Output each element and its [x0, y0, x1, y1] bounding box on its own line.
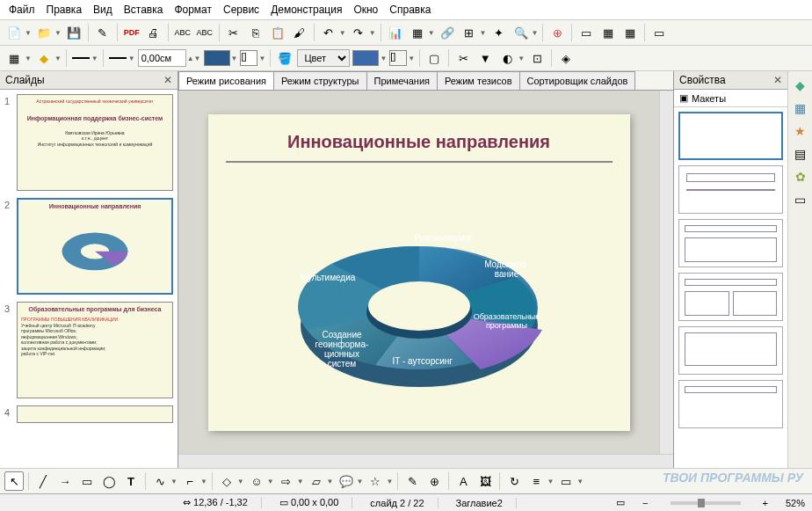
cut-button[interactable]: ✂ [224, 23, 243, 42]
new-doc-button[interactable]: 📄 [4, 23, 24, 42]
redo-button[interactable]: ↷ [349, 23, 368, 42]
slide-pane-button[interactable]: ▭ [576, 23, 596, 42]
spellcheck-button[interactable]: ABC [173, 23, 192, 42]
fit-page-icon[interactable]: ▭ [616, 497, 625, 508]
tab-normal[interactable]: Режим рисования [178, 71, 274, 90]
menu-help[interactable]: Справка [385, 2, 435, 18]
filter-button[interactable]: ▼ [475, 48, 495, 68]
curve-tool[interactable]: ∿ [150, 471, 170, 491]
slide-thumb-1[interactable]: 1 Астраханский государственный техническ… [4, 94, 173, 191]
grid-button[interactable]: ⊞ [460, 23, 479, 42]
print-button[interactable]: 🖨 [144, 23, 163, 42]
rect-tool[interactable]: ▭ [77, 471, 97, 491]
points-tool[interactable]: ✎ [402, 471, 422, 491]
save-button[interactable]: 💾 [64, 23, 83, 42]
transition-icon[interactable]: ▭ [792, 191, 809, 208]
glue-tool[interactable]: ⊕ [424, 471, 444, 491]
paste-button[interactable]: 📋 [268, 23, 287, 42]
help-button[interactable]: ⊕ [547, 23, 567, 42]
extrusion-button[interactable]: ◈ [556, 48, 576, 68]
zoom-slider[interactable] [671, 501, 741, 505]
zoom-value[interactable]: 52% [786, 498, 805, 508]
layout-blank[interactable] [678, 112, 783, 160]
align-button[interactable]: ◆ [34, 48, 54, 68]
block-arrows-tool[interactable]: ⇨ [277, 471, 296, 491]
effects-button[interactable]: ◐ [497, 48, 517, 68]
slide-thumb-4[interactable]: 4 [4, 405, 173, 423]
close-icon[interactable]: ✕ [773, 74, 782, 86]
line-tool[interactable]: ╱ [33, 471, 53, 491]
chart-button[interactable]: 📊 [386, 23, 405, 42]
align-tool[interactable]: ≡ [526, 471, 546, 491]
from-file-tool[interactable]: 🖼 [475, 471, 495, 491]
menu-slideshow[interactable]: Демонстрация [266, 2, 346, 18]
shadow-button[interactable]: ▢ [424, 48, 444, 68]
line-style-button[interactable] [71, 48, 91, 68]
rotate-tool[interactable]: ↻ [504, 471, 524, 491]
crop-button[interactable]: ✂ [453, 48, 473, 68]
gallery-icon[interactable]: ▦ [792, 99, 809, 117]
menu-view[interactable]: Вид [89, 2, 117, 18]
table-button[interactable]: ▦ [408, 23, 427, 42]
symbol-shapes-tool[interactable]: ☺ [247, 471, 266, 491]
arrange-button[interactable]: ▦ [4, 48, 24, 68]
slide-layout-button[interactable]: ▦ [620, 23, 640, 42]
slide-thumb-2[interactable]: 2 Инновационные направления [4, 198, 173, 295]
auto-spellcheck-button[interactable]: ABC [195, 23, 214, 42]
layout-title[interactable] [678, 165, 783, 214]
horizontal-scrollbar[interactable] [178, 454, 673, 468]
styles-icon[interactable]: ▤ [792, 145, 809, 163]
edit-mode-button[interactable]: ✎ [93, 23, 112, 42]
line-pattern-button[interactable] [108, 48, 127, 68]
tab-handout[interactable]: Режим тезисов [437, 71, 520, 90]
stars-tool[interactable]: ☆ [366, 471, 385, 491]
export-pdf-button[interactable]: PDF [122, 23, 141, 42]
interaction-button[interactable]: ⊡ [527, 48, 547, 68]
menu-format[interactable]: Формат [170, 2, 216, 18]
undo-button[interactable]: ↶ [319, 23, 338, 42]
arrow-tool[interactable]: → [55, 471, 75, 491]
line-color-none[interactable]: [] [240, 50, 257, 66]
fontwork-tool[interactable]: A [453, 471, 473, 491]
text-tool[interactable]: T [121, 471, 141, 491]
callout-tool[interactable]: 💬 [337, 471, 356, 491]
navigator-button[interactable]: ✦ [489, 23, 509, 42]
menu-window[interactable]: Окно [349, 2, 382, 18]
zoom-in-icon[interactable]: + [763, 498, 768, 508]
animation-icon[interactable]: ✿ [792, 168, 809, 186]
arrange-tool[interactable]: ▭ [556, 471, 576, 491]
tab-notes[interactable]: Примечания [366, 71, 439, 90]
open-button[interactable]: 📁 [34, 23, 54, 42]
tab-sorter[interactable]: Сортировщик слайдов [519, 71, 636, 90]
menu-file[interactable]: Файл [4, 2, 40, 18]
properties-icon[interactable]: ◆ [792, 77, 809, 94]
menu-tools[interactable]: Сервис [219, 2, 264, 18]
zoom-button[interactable]: 🔍 [511, 23, 531, 42]
select-tool[interactable]: ↖ [4, 471, 24, 491]
slide-design-button[interactable]: ▦ [598, 23, 618, 42]
fill-none[interactable]: [] [389, 50, 407, 66]
fill-type-select[interactable]: Цвет [297, 49, 350, 67]
slide-thumb-3[interactable]: 3 Образовательные программы для бизнеса … [4, 302, 173, 398]
clone-format-button[interactable]: 🖌 [290, 23, 309, 42]
slide-canvas-area[interactable]: Инновационные направления [178, 91, 659, 454]
layout-title-only[interactable] [678, 326, 783, 375]
layout-vertical[interactable] [678, 380, 783, 428]
line-width-input[interactable] [138, 49, 186, 67]
ellipse-tool[interactable]: ◯ [99, 471, 119, 491]
copy-button[interactable]: ⎘ [246, 23, 265, 42]
fill-color-swatch[interactable] [352, 50, 379, 66]
flowchart-tool[interactable]: ▱ [307, 471, 326, 491]
fill-button[interactable]: 🪣 [275, 48, 294, 68]
menu-insert[interactable]: Вставка [120, 2, 168, 18]
layout-content[interactable] [678, 219, 783, 267]
navigator-icon[interactable]: ★ [792, 122, 809, 140]
line-color-swatch[interactable] [204, 50, 230, 66]
tab-outline[interactable]: Режим структуры [273, 71, 367, 90]
slideshow-button[interactable]: ▭ [649, 23, 669, 42]
zoom-out-icon[interactable]: − [642, 498, 648, 508]
basic-shapes-tool[interactable]: ◇ [217, 471, 236, 491]
layout-two-content[interactable] [678, 273, 783, 321]
vertical-scrollbar[interactable] [659, 91, 673, 454]
menu-edit[interactable]: Правка [42, 2, 87, 18]
